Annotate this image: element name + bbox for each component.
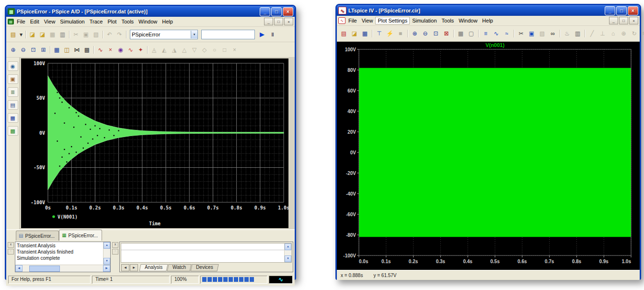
- menu-trace[interactable]: Trace: [87, 18, 105, 25]
- minimize-button[interactable]: _: [260, 7, 270, 16]
- menu-help[interactable]: Help: [160, 18, 175, 25]
- tab-watch[interactable]: Watch: [167, 264, 192, 271]
- plot-panes-icon[interactable]: ∿: [491, 29, 501, 38]
- open-icon[interactable]: ◪: [27, 30, 37, 39]
- menu-simulation[interactable]: Simulation: [58, 18, 87, 25]
- print-icon[interactable]: ▥: [573, 29, 583, 38]
- menu-edit[interactable]: Edit: [28, 18, 42, 25]
- add-trace-icon[interactable]: ∿: [95, 45, 105, 54]
- save-icon[interactable]: ▦: [360, 29, 370, 38]
- zoom-out-icon[interactable]: ⊖: [18, 45, 28, 54]
- dock-pin-icon[interactable]: ·: [8, 249, 14, 255]
- scroll-up-icon[interactable]: ▲: [285, 244, 291, 250]
- workspace-schematic-icon[interactable]: ◉: [8, 61, 18, 71]
- zoom-fit-icon[interactable]: ⊞: [38, 45, 48, 54]
- scroll-down-icon[interactable]: ▼: [104, 258, 110, 265]
- analysis-vertical-scrollbar[interactable]: ▲ ▼: [284, 244, 291, 262]
- maximize-button[interactable]: □: [616, 6, 627, 15]
- mdi-restore-button[interactable]: □: [619, 17, 628, 24]
- run-simulation-icon[interactable]: ▶: [257, 31, 267, 38]
- close-button[interactable]: ×: [628, 6, 638, 15]
- workspace-output-icon[interactable]: ▤: [8, 100, 18, 110]
- dock-pin-icon[interactable]: ·: [112, 249, 118, 255]
- document-tab-active[interactable]: ▦PSpiceError...: [59, 230, 102, 241]
- print-icon[interactable]: ▥: [58, 30, 68, 39]
- simulation-profile-input[interactable]: [130, 32, 191, 37]
- menu-window[interactable]: Window: [136, 18, 160, 25]
- menu-plot[interactable]: Plot: [105, 18, 119, 25]
- mdi-minimize-button[interactable]: _: [609, 17, 618, 24]
- delete-trace-icon[interactable]: ×: [105, 45, 115, 54]
- plot-window-icon[interactable]: ▦: [52, 45, 62, 54]
- mdi-close-button[interactable]: ×: [284, 18, 293, 25]
- pspice-titlebar[interactable]: ▦ PSpiceError - PSpice A/D - [PSpiceErro…: [6, 6, 295, 17]
- output-horizontal-scrollbar[interactable]: ◀ ▶: [15, 265, 110, 272]
- menu-view[interactable]: View: [359, 17, 376, 24]
- zoom-area-icon[interactable]: ⊡: [28, 45, 38, 54]
- visible-traces-icon[interactable]: ≈: [502, 29, 512, 38]
- fourier-icon[interactable]: ⋈: [72, 45, 82, 54]
- menu-help[interactable]: Help: [480, 17, 495, 24]
- new-dropdown-icon[interactable]: ▾: [18, 30, 24, 39]
- cut-icon[interactable]: ✂: [516, 29, 526, 38]
- autorange-icon[interactable]: ≡: [481, 29, 491, 38]
- menu-view[interactable]: View: [42, 18, 58, 25]
- new-schematic-icon[interactable]: ▤: [339, 29, 349, 38]
- axis-settings-icon[interactable]: ◫: [62, 45, 72, 54]
- document-tab-inactive[interactable]: ▤PSpiceError...: [16, 231, 59, 241]
- run-icon[interactable]: ⚡: [385, 29, 395, 38]
- copy-icon[interactable]: ▣: [527, 29, 537, 38]
- append-waveform-icon[interactable]: ◪: [37, 30, 47, 39]
- menu-plot-settings[interactable]: Plot Settings: [375, 17, 410, 24]
- zoom-in-icon[interactable]: ⊕: [410, 29, 420, 38]
- combo-dropdown-icon[interactable]: ▾: [191, 31, 197, 38]
- zoom-back-icon[interactable]: ⊖: [420, 29, 430, 38]
- tab-scroll-left-icon[interactable]: ◀: [121, 264, 129, 271]
- tab-devices[interactable]: Devices: [191, 264, 219, 271]
- display-control-icon[interactable]: ▩: [82, 45, 92, 54]
- menu-file[interactable]: File: [14, 18, 28, 25]
- output-vertical-scrollbar[interactable]: ▲ ▼: [103, 242, 110, 265]
- dock-close-icon[interactable]: x: [8, 242, 14, 248]
- mdi-minimize-button[interactable]: _: [264, 18, 273, 25]
- scroll-left-icon[interactable]: ◀: [15, 265, 23, 272]
- zoom-area-icon[interactable]: ⊡: [431, 29, 441, 38]
- export-icon[interactable]: ♨: [562, 29, 572, 38]
- label-point-icon[interactable]: ✦: [136, 45, 146, 54]
- close-button[interactable]: ×: [283, 7, 293, 16]
- simulation-queue-icon[interactable]: ▩: [8, 126, 18, 136]
- ltspice-plot-area[interactable]: 100V80V60V40V20V0V-20V-40V-60V-80V-100V0…: [337, 42, 640, 270]
- mark-unconnected-icon[interactable]: ▢: [466, 29, 476, 38]
- dock-close-icon[interactable]: x: [112, 242, 118, 248]
- mark-data-points-icon[interactable]: ∿: [126, 45, 136, 54]
- pspice-plot-area[interactable]: 100V50V0V-50V-100V0s0.1s0.2s0.3s0.4s0.5s…: [21, 58, 288, 228]
- grid-icon[interactable]: ▦: [456, 29, 466, 38]
- menu-file[interactable]: File: [346, 17, 359, 24]
- maximize-button[interactable]: □: [271, 7, 282, 16]
- macro-icon[interactable]: ◉: [115, 45, 126, 54]
- trace-expression-combo[interactable]: [201, 30, 255, 39]
- menu-tools[interactable]: Tools: [119, 18, 136, 25]
- scroll-right-icon[interactable]: ▶: [103, 265, 110, 272]
- minimize-button[interactable]: _: [605, 6, 615, 15]
- zoom-full-icon[interactable]: ⊠: [441, 29, 451, 38]
- scrollbar-thumb[interactable]: [29, 266, 60, 272]
- trace-expression-input[interactable]: [202, 32, 254, 37]
- control-panel-icon[interactable]: ⊤: [374, 29, 384, 38]
- watch-window-icon[interactable]: ▦: [8, 113, 18, 123]
- pspice-waveform-chart[interactable]: 100V50V0V-50V-100V0s0.1s0.2s0.3s0.4s0.5s…: [21, 58, 288, 228]
- tab-analysis[interactable]: Analysis: [139, 264, 168, 271]
- new-simulation-icon[interactable]: ▤: [8, 30, 18, 39]
- find-icon[interactable]: ∞: [548, 29, 558, 38]
- pause-simulation-icon[interactable]: ‖: [268, 32, 277, 37]
- scroll-down-icon[interactable]: ▼: [285, 255, 291, 262]
- workspace-netlist-icon[interactable]: ≣: [8, 87, 18, 97]
- menu-tools[interactable]: Tools: [439, 17, 457, 24]
- open-icon[interactable]: ◪: [349, 29, 359, 38]
- ltspice-titlebar[interactable]: ∿ LTspice IV - [PSpiceError.cir] _ □ ×: [337, 5, 640, 16]
- zoom-in-icon[interactable]: ⊕: [8, 45, 18, 54]
- scroll-up-icon[interactable]: ▲: [104, 242, 110, 249]
- mdi-close-button[interactable]: ×: [629, 17, 638, 24]
- mdi-restore-button[interactable]: □: [274, 18, 283, 25]
- simulation-profile-combo[interactable]: ▾: [130, 30, 198, 39]
